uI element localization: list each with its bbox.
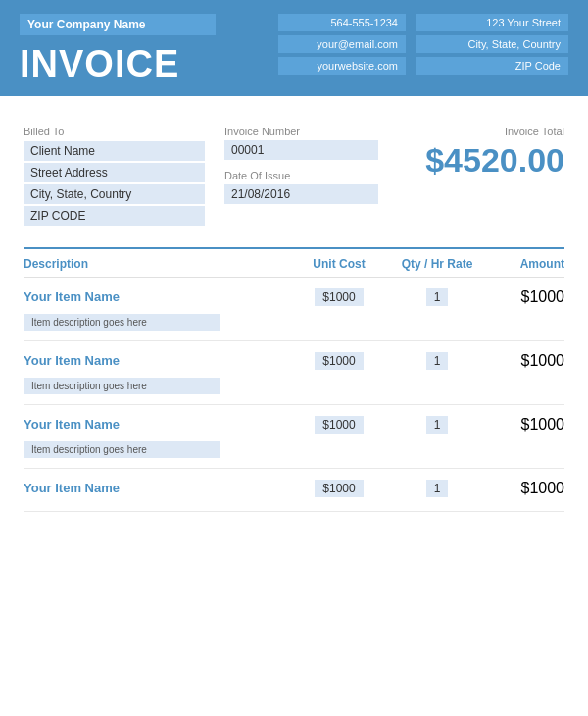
invoice-date-group: Date Of Issue 21/08/2016 [224,170,378,204]
billing-section: Billed To Client Name Street Address Cit… [24,126,564,228]
row-top: Your Item Name $1000 1 $1000 [24,287,564,306]
invoice-total-amount: $4520.00 [425,141,564,179]
item-desc-text-2: Item description goes here [24,378,220,394]
qty-value-2: 1 [426,352,449,370]
col-header-qty: Qty / Hr Rate [388,257,486,271]
item-qty-4: 1 [388,479,486,497]
street-address: Street Address [24,163,205,182]
qty-value-1: 1 [426,288,449,306]
invoice-date-label: Date Of Issue [224,170,378,181]
header-right: 564-555-1234 your@email.com yourwebsite.… [216,14,568,82]
row-top: Your Item Name $1000 1 $1000 [24,351,564,370]
zip-code: ZIP CODE [24,206,205,226]
table-header-row: Description Unit Cost Qty / Hr Rate Amou… [24,249,564,278]
item-desc-2: Item description goes here [24,374,564,396]
address-line3: ZIP Code [416,57,568,75]
invoice-page: Your Company Name INVOICE 564-555-1234 y… [0,0,588,716]
qty-value-4: 1 [426,480,449,497]
item-qty-3: 1 [388,415,486,434]
invoice-meta-column: Invoice Number 00001 Date Of Issue 21/08… [224,126,378,204]
header-address: 123 Your Street City, State, Country ZIP… [412,14,568,82]
item-qty-1: 1 [388,287,486,306]
invoice-table: Description Unit Cost Qty / Hr Rate Amou… [24,247,564,512]
item-desc-1: Item description goes here [24,310,564,332]
invoice-number-value: 00001 [224,140,378,160]
item-name-3: Your Item Name [24,417,290,432]
email-field: your@email.com [278,35,406,53]
address-line1: 123 Your Street [416,14,568,31]
unit-cost-value-2: $1000 [315,352,363,370]
header-contact: 564-555-1234 your@email.com yourwebsite.… [216,14,412,82]
table-row: Your Item Name $1000 1 $1000 Item descri… [24,341,564,405]
item-desc-3: Item description goes here [24,437,564,460]
city-state: City, State, Country [24,184,205,204]
unit-cost-value-4: $1000 [315,480,363,497]
item-amount-3: $1000 [486,416,564,434]
item-name-4: Your Item Name [24,481,290,495]
invoice-header: Your Company Name INVOICE 564-555-1234 y… [0,0,588,96]
item-unit-1: $1000 [290,287,388,306]
unit-cost-value-1: $1000 [315,288,363,306]
header-left: Your Company Name INVOICE [20,14,216,82]
client-name: Client Name [24,141,205,161]
table-row: Your Item Name $1000 1 $1000 Item descri… [24,405,564,469]
bill-to-column: Billed To Client Name Street Address Cit… [24,126,205,228]
item-desc-text-1: Item description goes here [24,314,220,331]
col-header-amount: Amount [486,257,564,271]
item-unit-4: $1000 [290,479,388,497]
invoice-date-value: 21/08/2016 [224,184,378,204]
item-unit-3: $1000 [290,415,388,434]
item-amount-4: $1000 [486,480,564,497]
table-row: Your Item Name $1000 1 $1000 Item descri… [24,278,564,341]
billed-to-label: Billed To [24,126,205,137]
company-name: Your Company Name [20,14,216,35]
address-line2: City, State, Country [416,35,568,53]
unit-cost-value-3: $1000 [315,416,363,434]
item-desc-text-3: Item description goes here [24,441,220,458]
invoice-number-label: Invoice Number [224,126,378,137]
website-field: yourwebsite.com [278,57,406,75]
item-name-1: Your Item Name [24,289,290,304]
qty-value-3: 1 [426,416,449,434]
row-top: Your Item Name $1000 1 $1000 [24,479,564,497]
item-amount-2: $1000 [486,352,564,370]
invoice-title: INVOICE [20,45,216,82]
invoice-body: Billed To Client Name Street Address Cit… [0,96,588,512]
phone-field: 564-555-1234 [278,14,406,31]
item-unit-2: $1000 [290,351,388,370]
invoice-total-label: Invoice Total [505,126,564,137]
invoice-number-group: Invoice Number 00001 [224,126,378,160]
item-amount-1: $1000 [486,288,564,306]
invoice-total-column: Invoice Total $4520.00 [398,126,564,179]
table-row: Your Item Name $1000 1 $1000 [24,469,564,512]
item-name-2: Your Item Name [24,353,290,368]
row-top: Your Item Name $1000 1 $1000 [24,415,564,434]
item-qty-2: 1 [388,351,486,370]
col-header-unit-cost: Unit Cost [290,257,388,271]
col-header-description: Description [24,257,290,271]
